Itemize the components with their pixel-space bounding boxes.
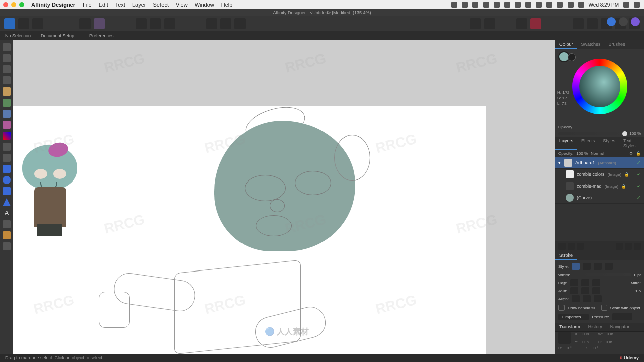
status-icon[interactable]	[536, 2, 542, 8]
status-icon[interactable]	[494, 2, 500, 8]
rectangle-tool-icon[interactable]	[3, 165, 11, 173]
tab-styles[interactable]: Styles	[599, 137, 619, 150]
cap-button[interactable]	[570, 279, 578, 286]
layer-artboard[interactable]: ▾ Artboard1 (Artboard) ✓	[555, 157, 644, 169]
width-slider[interactable]	[573, 273, 631, 276]
menu-help[interactable]: Help	[221, 2, 233, 8]
tab-stroke[interactable]: Stroke	[555, 251, 577, 260]
stroke-solid-button[interactable]	[583, 263, 591, 270]
menu-view[interactable]: View	[176, 2, 188, 8]
join-button[interactable]	[570, 287, 578, 294]
draw-behind-checkbox[interactable]	[558, 305, 565, 311]
status-icon[interactable]	[483, 2, 489, 8]
stroke-swatch-icon[interactable]	[568, 53, 576, 61]
lock-icon[interactable]: 🔒	[624, 172, 629, 177]
canvas[interactable]: RRCG RRCG RRCG RRCG RRCG RRCG RRCG RRCG …	[13, 40, 555, 354]
artboard-tool-icon[interactable]	[3, 54, 11, 62]
color-picker-tool-icon[interactable]	[3, 220, 11, 228]
toolbar-button[interactable]	[136, 18, 147, 29]
delete-layer-icon[interactable]	[634, 243, 641, 250]
fullscreen-icon[interactable]	[19, 2, 24, 7]
text-tool-icon[interactable]: A	[3, 209, 11, 217]
toolbar-button[interactable]	[516, 18, 527, 29]
join-button[interactable]	[592, 287, 600, 294]
toolbar-button[interactable]	[470, 18, 481, 29]
status-icon[interactable]	[515, 2, 521, 8]
color-wheel[interactable]: H: 172 S: 17 L: 73	[555, 49, 644, 124]
status-icon[interactable]	[546, 2, 552, 8]
gear-icon[interactable]: ⚙	[629, 151, 633, 156]
visible-check-icon[interactable]: ✓	[637, 184, 641, 189]
tab-textstyles[interactable]: Text Styles	[619, 137, 644, 150]
move-tool-icon[interactable]	[3, 43, 11, 51]
toolbar-button[interactable]	[220, 18, 231, 29]
rounded-rect-tool-icon[interactable]	[3, 187, 11, 195]
toolbar-button[interactable]	[587, 18, 598, 29]
cap-button[interactable]	[592, 279, 600, 286]
ellipse-tool-icon[interactable]	[3, 176, 11, 184]
properties-button[interactable]: Properties…	[558, 314, 589, 320]
add-layer-icon[interactable]	[616, 243, 623, 250]
status-icon[interactable]	[462, 2, 468, 8]
toolbar-button[interactable]	[234, 18, 246, 29]
place-tool-icon[interactable]	[3, 143, 11, 151]
status-icon[interactable]	[451, 2, 457, 8]
designer-persona-icon[interactable]	[607, 17, 616, 26]
pen-tool-icon[interactable]	[3, 87, 11, 96]
align-button[interactable]	[572, 295, 580, 302]
clock[interactable]: Wed 8:29 PM	[589, 2, 619, 8]
toolbar-button[interactable]	[79, 18, 91, 29]
adjustment-icon[interactable]	[568, 243, 575, 250]
tab-swatches[interactable]: Swatches	[577, 40, 605, 49]
opacity-slider[interactable]	[558, 132, 627, 135]
lock-icon[interactable]: 🔒	[636, 151, 641, 156]
node-tool-icon[interactable]	[3, 65, 11, 73]
menu-text[interactable]: Text	[115, 2, 125, 8]
tab-effects[interactable]: Effects	[577, 137, 599, 150]
tab-colour[interactable]: Colour	[555, 40, 577, 49]
toolbar-button[interactable]	[94, 18, 105, 29]
toolbar-button[interactable]	[150, 18, 161, 29]
brush-tool-icon[interactable]	[3, 110, 11, 118]
stroke-texture-button[interactable]	[605, 263, 613, 270]
wifi-icon[interactable]	[578, 2, 584, 8]
search-icon[interactable]	[623, 2, 629, 8]
cap-button[interactable]	[581, 279, 589, 286]
anchor-grid-icon[interactable]	[558, 332, 571, 344]
close-icon[interactable]	[3, 2, 8, 7]
visible-check-icon[interactable]: ✓	[637, 160, 641, 165]
pixel-persona-icon[interactable]	[619, 17, 628, 26]
toolbar-button[interactable]	[484, 18, 495, 29]
app-name[interactable]: Affinity Designer	[31, 2, 75, 8]
align-button[interactable]	[594, 295, 602, 302]
align-button[interactable]	[583, 295, 591, 302]
menu-file[interactable]: File	[83, 2, 92, 8]
mitre-value[interactable]: 1.5	[635, 289, 641, 293]
menu-window[interactable]: Window	[195, 2, 214, 8]
zoom-tool-icon[interactable]	[3, 242, 11, 250]
menu-edit[interactable]: Edit	[99, 2, 108, 8]
pencil-tool-icon[interactable]	[3, 99, 11, 107]
layer-opacity-value[interactable]: 100 %	[576, 151, 588, 156]
document-setup-button[interactable]: Document Setup…	[41, 33, 79, 38]
status-icon[interactable]	[568, 2, 574, 8]
stroke-dash-button[interactable]	[594, 263, 602, 270]
fx-icon[interactable]	[577, 243, 584, 250]
status-icon[interactable]	[504, 2, 510, 8]
toolbar-button[interactable]	[164, 18, 175, 29]
visible-check-icon[interactable]: ✓	[637, 195, 641, 200]
menu-select[interactable]: Select	[153, 2, 169, 8]
stroke-none-button[interactable]	[572, 263, 580, 270]
chevron-down-icon[interactable]: ▾	[558, 160, 561, 165]
triangle-tool-icon[interactable]	[3, 198, 11, 206]
add-pixel-layer-icon[interactable]	[625, 243, 632, 250]
toolbar-button[interactable]	[573, 18, 584, 29]
fill-tool-icon[interactable]	[3, 121, 11, 129]
toolbar-button[interactable]	[206, 18, 217, 29]
scale-checkbox[interactable]	[601, 305, 607, 311]
toolbar-button[interactable]	[18, 18, 29, 29]
export-persona-icon[interactable]	[631, 17, 640, 26]
corner-tool-icon[interactable]	[3, 76, 11, 84]
pressure-curve-button[interactable]	[612, 313, 632, 320]
layer-row[interactable]: zombie-mad (Image) 🔒 ✓	[555, 180, 644, 192]
